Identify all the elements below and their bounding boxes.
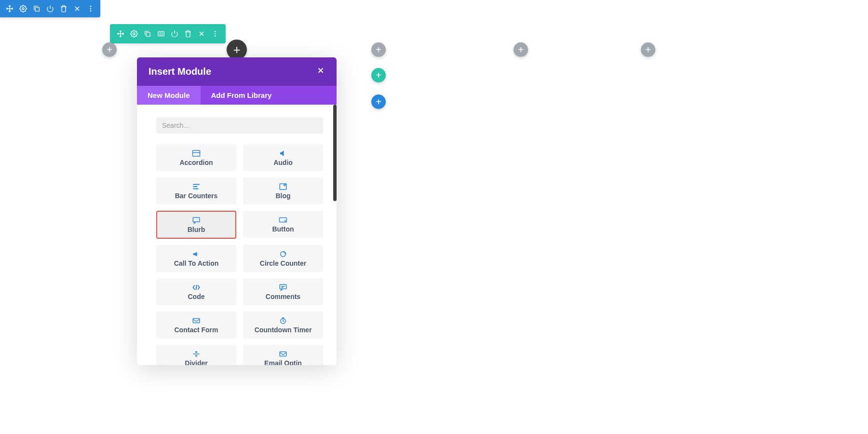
module-label: Blog (275, 192, 290, 200)
gear-icon[interactable] (16, 3, 30, 14)
module-email-optin[interactable]: Email Optin (243, 345, 323, 365)
add-module-grey-4[interactable]: + (641, 42, 655, 57)
svg-point-5 (133, 33, 135, 35)
modal-body: Accordion Audio Bar Counters Blog Blurb (137, 105, 337, 365)
tab-new-module[interactable]: New Module (137, 86, 201, 105)
svg-point-0 (22, 8, 24, 10)
add-module-grey-1[interactable]: + (102, 42, 117, 57)
svg-rect-11 (193, 150, 200, 156)
comments-icon (279, 284, 287, 291)
modal-tabs: New Module Add From Library (137, 86, 337, 105)
trash-icon[interactable] (181, 28, 195, 40)
module-label: Blurb (188, 226, 205, 233)
module-label: Divider (185, 359, 207, 366)
divider-icon (192, 350, 201, 358)
insert-module-modal: Insert Module New Module Add From Librar… (137, 57, 337, 365)
svg-point-10 (215, 35, 216, 37)
add-section-button[interactable]: + (371, 95, 386, 109)
more-icon[interactable] (84, 3, 97, 14)
svg-point-3 (90, 8, 92, 10)
bar-counters-icon (192, 183, 201, 190)
module-blurb[interactable]: Blurb (156, 211, 236, 239)
add-row-button[interactable]: + (371, 68, 386, 82)
megaphone-icon (192, 250, 201, 258)
duplicate-icon[interactable] (141, 28, 154, 40)
section-toolbar (0, 0, 100, 17)
module-divider[interactable]: Divider (156, 345, 236, 365)
button-icon (279, 216, 287, 224)
svg-rect-7 (158, 31, 164, 36)
tab-add-from-library[interactable]: Add From Library (201, 86, 283, 105)
svg-point-9 (215, 33, 216, 35)
module-call-to-action[interactable]: Call To Action (156, 245, 236, 272)
module-label: Code (188, 293, 205, 300)
module-button[interactable]: Button (243, 211, 323, 238)
gear-icon[interactable] (127, 28, 141, 40)
modal-title: Insert Module (149, 66, 211, 77)
module-label: Call To Action (174, 259, 219, 267)
duplicate-icon[interactable] (30, 3, 43, 14)
module-code[interactable]: Code (156, 278, 236, 305)
close-icon[interactable] (195, 28, 208, 40)
module-countdown-timer[interactable]: Countdown Timer (243, 312, 323, 339)
module-bar-counters[interactable]: Bar Counters (156, 177, 236, 204)
add-module-active[interactable]: + (227, 40, 247, 60)
close-icon[interactable] (70, 3, 84, 14)
move-icon[interactable] (114, 28, 127, 40)
module-label: Email Optin (264, 359, 302, 366)
module-label: Bar Counters (175, 192, 218, 200)
module-label: Contact Form (175, 326, 218, 334)
svg-rect-19 (280, 352, 286, 356)
svg-rect-17 (193, 318, 200, 323)
close-modal-icon[interactable] (316, 66, 325, 77)
module-label: Audio (273, 159, 293, 166)
svg-rect-6 (146, 32, 150, 36)
blog-icon (279, 183, 287, 190)
module-grid: Accordion Audio Bar Counters Blog Blurb (156, 144, 323, 365)
add-module-grey-2[interactable]: + (371, 42, 386, 57)
envelope-icon (279, 350, 287, 358)
module-label: Countdown Timer (255, 326, 312, 334)
module-accordion[interactable]: Accordion (156, 144, 236, 171)
svg-rect-13 (193, 217, 200, 222)
trash-icon[interactable] (57, 3, 70, 14)
module-label: Accordion (179, 159, 213, 166)
module-label: Button (272, 225, 294, 233)
more-icon[interactable] (208, 28, 222, 40)
power-icon[interactable] (168, 28, 181, 40)
module-label: Circle Counter (260, 259, 306, 267)
circle-counter-icon (279, 250, 287, 258)
module-contact-form[interactable]: Contact Form (156, 312, 236, 339)
add-module-grey-3[interactable]: + (514, 42, 528, 57)
svg-point-2 (90, 6, 92, 7)
columns-icon[interactable] (154, 28, 168, 40)
svg-rect-1 (35, 7, 39, 11)
module-circle-counter[interactable]: Circle Counter (243, 245, 323, 272)
module-label: Comments (266, 293, 300, 300)
accordion-icon (192, 149, 201, 157)
code-icon (192, 284, 201, 291)
module-blog[interactable]: Blog (243, 177, 323, 204)
module-audio[interactable]: Audio (243, 144, 323, 171)
timer-icon (279, 317, 287, 325)
scrollbar-thumb[interactable] (333, 105, 337, 201)
power-icon[interactable] (43, 3, 57, 14)
search-input[interactable] (156, 117, 323, 134)
audio-icon (279, 149, 287, 157)
svg-point-8 (215, 31, 216, 32)
envelope-icon (192, 317, 201, 325)
module-comments[interactable]: Comments (243, 278, 323, 305)
modal-header: Insert Module (137, 57, 337, 86)
row-toolbar (110, 24, 226, 43)
move-icon[interactable] (3, 3, 16, 14)
blurb-icon (192, 217, 201, 224)
svg-point-4 (90, 10, 92, 12)
